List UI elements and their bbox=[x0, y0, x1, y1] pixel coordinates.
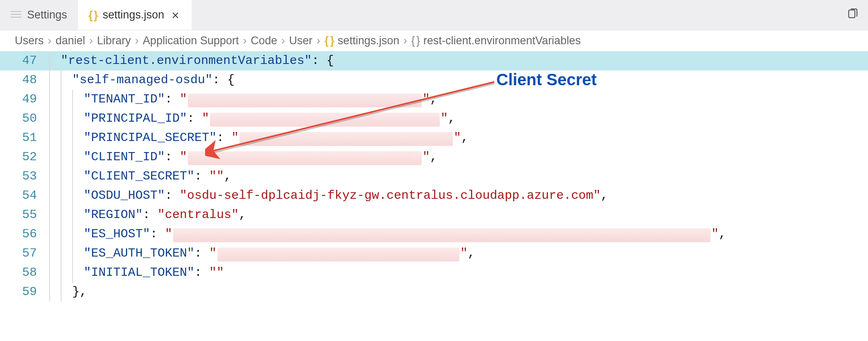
code-content[interactable]: "REGION": "centralus", bbox=[84, 205, 246, 225]
indent-guides bbox=[49, 51, 61, 70]
chevron-right-icon: › bbox=[281, 34, 285, 47]
token-str: " bbox=[165, 227, 172, 241]
indent-guides bbox=[49, 109, 84, 128]
token-punc: : bbox=[165, 92, 180, 106]
code-line[interactable]: 53"CLIENT_SECRET": "", bbox=[0, 167, 868, 186]
code-editor[interactable]: 47"rest-client.environmentVariables": {4… bbox=[0, 51, 868, 302]
token-punc: : bbox=[217, 131, 231, 145]
code-content[interactable]: "PRINCIPAL_SECRET": "", bbox=[84, 128, 468, 148]
token-str: " bbox=[711, 227, 719, 241]
token-punc: : bbox=[143, 208, 158, 222]
open-changes-icon[interactable] bbox=[847, 7, 859, 23]
token-key: "TENANT_ID" bbox=[84, 92, 165, 106]
chevron-right-icon: › bbox=[403, 34, 407, 47]
token-punc: , bbox=[448, 111, 455, 125]
code-line[interactable]: 49"TENANT_ID": "", bbox=[0, 90, 868, 109]
breadcrumb-file[interactable]: settings.json bbox=[338, 34, 399, 47]
breadcrumb-segment[interactable]: Application Support bbox=[143, 34, 239, 47]
indent-guides bbox=[49, 225, 84, 244]
settings-lines-icon bbox=[11, 11, 21, 19]
code-content[interactable]: "rest-client.environmentVariables": { bbox=[61, 51, 334, 70]
code-line[interactable]: 58"INITIAL_TOKEN": "" bbox=[0, 263, 868, 282]
symbol-braces-icon: { } bbox=[411, 34, 419, 47]
code-line[interactable]: 47"rest-client.environmentVariables": { bbox=[0, 51, 868, 70]
token-str: "centralus" bbox=[158, 208, 239, 222]
indent-guides bbox=[49, 167, 84, 186]
code-content[interactable]: "self-managed-osdu": { bbox=[72, 70, 235, 90]
breadcrumb-segment[interactable]: Code bbox=[251, 34, 277, 47]
code-content[interactable]: "INITIAL_TOKEN": "" bbox=[84, 263, 224, 282]
code-content[interactable]: "PRINCIPAL_ID": "", bbox=[84, 109, 455, 128]
breadcrumb-segment[interactable]: Users bbox=[15, 34, 44, 47]
chevron-right-icon: › bbox=[48, 34, 52, 47]
tab-settings-json[interactable]: { } settings.json × bbox=[78, 0, 192, 30]
indent-guides bbox=[49, 263, 84, 282]
tab-label: settings.json bbox=[103, 9, 164, 21]
indent-guides bbox=[49, 244, 84, 263]
code-line[interactable]: 54"OSDU_HOST": "osdu-self-dplcaidj-fkyz-… bbox=[0, 186, 868, 205]
token-punc: : bbox=[150, 227, 165, 241]
token-str: " bbox=[209, 246, 217, 260]
line-number: 51 bbox=[0, 128, 49, 148]
line-number: 54 bbox=[0, 186, 49, 205]
code-content[interactable]: }, bbox=[72, 282, 87, 302]
svg-rect-0 bbox=[849, 10, 855, 18]
breadcrumb-segment[interactable]: daniel bbox=[56, 34, 85, 47]
line-number: 57 bbox=[0, 244, 49, 263]
breadcrumb-segment[interactable]: User bbox=[289, 34, 313, 47]
code-line[interactable]: 55"REGION": "centralus", bbox=[0, 205, 868, 225]
code-content[interactable]: "CLIENT_ID": "", bbox=[84, 148, 437, 167]
redacted-value bbox=[173, 228, 710, 242]
code-line[interactable]: 57"ES_AUTH_TOKEN": "", bbox=[0, 244, 868, 263]
code-line[interactable]: 56"ES_HOST": "", bbox=[0, 225, 868, 244]
breadcrumb: Users›daniel›Library›Application Support… bbox=[0, 30, 868, 51]
line-number: 56 bbox=[0, 225, 49, 244]
redacted-value bbox=[217, 248, 459, 261]
code-content[interactable]: "TENANT_ID": "", bbox=[84, 90, 437, 109]
token-punc: : { bbox=[312, 54, 334, 68]
line-number: 48 bbox=[0, 70, 49, 90]
code-content[interactable]: "CLIENT_SECRET": "", bbox=[84, 167, 231, 186]
redacted-value bbox=[188, 93, 422, 107]
json-braces-icon: { } bbox=[89, 9, 97, 22]
token-punc: : bbox=[194, 169, 209, 183]
token-str: " bbox=[460, 246, 468, 260]
code-content[interactable]: "OSDU_HOST": "osdu-self-dplcaidj-fkyz-gw… bbox=[84, 186, 608, 205]
code-line[interactable]: 59}, bbox=[0, 282, 868, 302]
token-key: "ES_AUTH_TOKEN" bbox=[84, 246, 194, 260]
token-str: "" bbox=[209, 169, 224, 183]
code-line[interactable]: 52"CLIENT_ID": "", bbox=[0, 148, 868, 167]
code-content[interactable]: "ES_HOST": "", bbox=[84, 225, 726, 244]
token-punc: , bbox=[430, 150, 437, 164]
line-number: 50 bbox=[0, 109, 49, 128]
code-line[interactable]: 51"PRINCIPAL_SECRET": "", bbox=[0, 128, 868, 148]
close-icon[interactable]: × bbox=[170, 9, 181, 22]
indent-guides bbox=[49, 148, 84, 167]
indent-guides bbox=[49, 70, 72, 90]
breadcrumb-symbol[interactable]: rest-client.environmentVariables bbox=[423, 34, 581, 47]
token-punc: : { bbox=[212, 73, 235, 87]
indent-guides bbox=[49, 128, 84, 148]
token-key: "PRINCIPAL_ID" bbox=[84, 111, 187, 125]
token-punc: , bbox=[468, 246, 475, 260]
token-punc: , bbox=[239, 208, 246, 222]
token-key: "self-managed-osdu" bbox=[72, 73, 212, 87]
token-punc: , bbox=[601, 189, 608, 202]
breadcrumb-segment[interactable]: Library bbox=[97, 34, 131, 47]
line-number: 53 bbox=[0, 167, 49, 186]
chevron-right-icon: › bbox=[243, 34, 247, 47]
tab-settings[interactable]: Settings bbox=[0, 0, 78, 30]
code-line[interactable]: 50"PRINCIPAL_ID": "", bbox=[0, 109, 868, 128]
token-key: "rest-client.environmentVariables" bbox=[61, 54, 312, 68]
token-punc: : bbox=[165, 150, 180, 164]
token-key: "OSDU_HOST" bbox=[84, 189, 165, 202]
code-content[interactable]: "ES_AUTH_TOKEN": "", bbox=[84, 244, 475, 263]
chevron-right-icon: › bbox=[135, 34, 139, 47]
line-number: 47 bbox=[0, 51, 49, 70]
code-line[interactable]: 48"self-managed-osdu": { bbox=[0, 70, 868, 90]
token-str: " bbox=[180, 92, 187, 106]
token-key: "REGION" bbox=[84, 208, 143, 222]
token-str: " bbox=[180, 150, 187, 164]
token-punc: , bbox=[719, 227, 726, 241]
token-str: " bbox=[231, 131, 239, 145]
